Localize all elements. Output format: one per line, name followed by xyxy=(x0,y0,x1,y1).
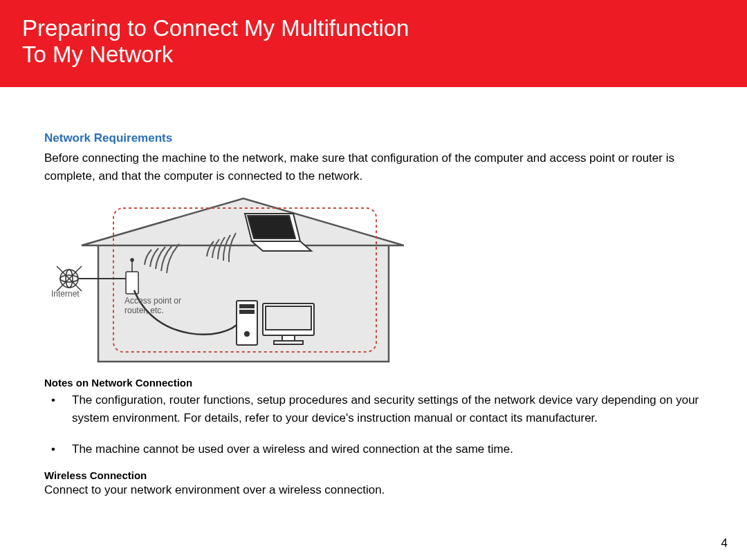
notes-on-network-header: Notes on Network Connection xyxy=(44,377,719,389)
network-diagram-svg xyxy=(44,197,404,367)
svg-point-17 xyxy=(245,332,249,336)
notes-list: The configuration, router functions, set… xyxy=(44,391,719,458)
note-item: The configuration, router functions, set… xyxy=(44,391,719,427)
desktop-tower-icon xyxy=(237,301,257,345)
svg-rect-21 xyxy=(274,341,303,344)
wireless-connection-header: Wireless Connection xyxy=(44,469,719,481)
slide-page: Preparing to Connect My Multifunction To… xyxy=(0,0,747,560)
content-column: Network Requirements Before connecting t… xyxy=(44,131,719,498)
access-point-label: Access point or router, etc. xyxy=(124,297,194,316)
slide-body-area: Network Requirements Before connecting t… xyxy=(0,87,747,560)
svg-marker-12 xyxy=(252,241,311,251)
network-diagram-wrap: Internet Access point or router, etc. xyxy=(44,197,719,367)
slide-title-line2: To My Network xyxy=(22,41,725,68)
svg-rect-8 xyxy=(126,272,138,294)
internet-icon xyxy=(57,266,82,291)
intro-paragraph: Before connecting the machine to the net… xyxy=(44,149,719,185)
svg-rect-19 xyxy=(266,306,311,330)
slide-title-line1: Preparing to Connect My Multifunction xyxy=(22,15,725,41)
internet-label: Internet xyxy=(51,290,80,299)
svg-rect-16 xyxy=(240,310,254,313)
slide-title: Preparing to Connect My Multifunction To… xyxy=(22,15,725,68)
network-requirements-header: Network Requirements xyxy=(44,131,719,145)
wireless-connection-text: Connect to your network environment over… xyxy=(44,481,719,499)
page-number: 4 xyxy=(721,536,728,550)
svg-point-10 xyxy=(131,259,133,261)
network-diagram: Internet Access point or router, etc. xyxy=(44,197,404,367)
note-item: The machine cannot be used over a wirele… xyxy=(44,440,719,458)
svg-marker-13 xyxy=(248,216,295,239)
svg-rect-15 xyxy=(240,305,254,308)
svg-rect-20 xyxy=(282,335,295,341)
